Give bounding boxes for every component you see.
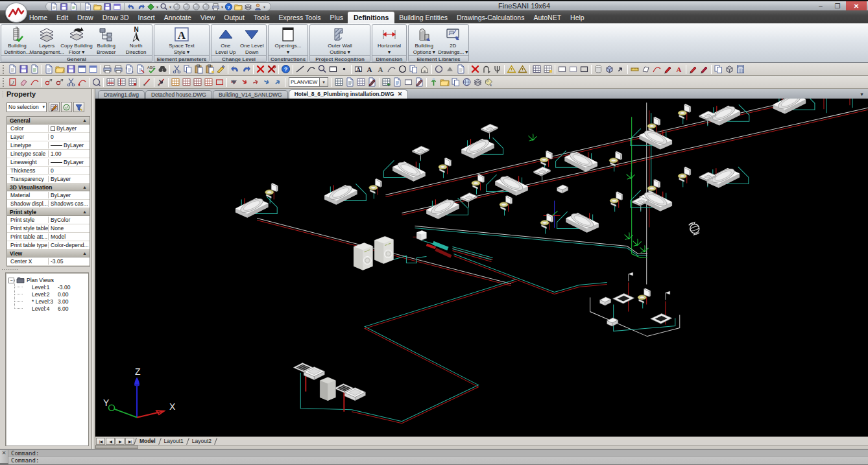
property-row-lineweight[interactable]: LineweightByLayer (7, 158, 90, 167)
property-value[interactable]: Model (49, 233, 90, 240)
menu-tab-home[interactable]: Home (25, 12, 52, 23)
tool-red-a-icon[interactable]: A (673, 64, 684, 75)
property-value[interactable]: ByLayer (49, 192, 90, 198)
tool-zoom-lens-icon[interactable] (317, 64, 328, 75)
tool-printer2-icon[interactable] (113, 64, 124, 75)
tool-arrow-r3-icon[interactable] (250, 77, 261, 88)
property-value[interactable]: Shadows cas... (49, 200, 90, 207)
tool-warn-tri-icon[interactable] (506, 64, 517, 75)
ribbon-button-outer-wall[interactable]: Outer Wall Outline ▾ (311, 25, 368, 55)
tool-red-curve-icon[interactable] (651, 64, 662, 75)
tool-house-tool-icon[interactable] (419, 64, 430, 75)
tool-grid-blue-icon[interactable] (333, 77, 344, 88)
tool-cylinder-tool-icon[interactable] (593, 64, 604, 75)
menu-tab-building-entities[interactable]: Building Entities (394, 12, 452, 23)
horizontal-scrollbar[interactable] (95, 445, 868, 449)
dropdown-arrow-icon[interactable]: ▾ (263, 5, 265, 9)
tool-doc-pen2-icon[interactable] (414, 77, 425, 88)
tool-new-doc-icon[interactable] (43, 64, 54, 75)
tree-root-label[interactable]: Plan Views (27, 277, 54, 283)
layout-nav-first-button[interactable]: |◀ (96, 438, 105, 445)
menu-tab-view[interactable]: View (196, 12, 220, 23)
tool-zoom-circle-icon[interactable] (91, 77, 102, 88)
tool-rect-open-icon[interactable] (579, 64, 590, 75)
tool-win-red2-icon[interactable] (116, 77, 127, 88)
tool-warn-tri2-icon[interactable] (517, 64, 528, 75)
tool-uturn-tool-icon[interactable] (481, 64, 492, 75)
tool-doc-lines-icon[interactable] (29, 64, 40, 75)
tab-overflow-icon[interactable]: ▼ (860, 92, 864, 97)
tool-rect-white-icon[interactable] (557, 64, 568, 75)
property-section-view[interactable]: View▲ (7, 250, 90, 257)
ribbon-button-2d[interactable]: 2D Drawings... ▾ (439, 25, 468, 55)
green-diamond-icon[interactable] (147, 3, 155, 11)
tool-arrow-up-green-icon[interactable] (428, 77, 439, 88)
tool-square-a-icon[interactable]: A (353, 64, 364, 75)
bld-save-icon[interactable] (60, 3, 68, 11)
tool-win-red-icon[interactable] (105, 77, 116, 88)
tool-knot-red2-icon[interactable] (54, 77, 66, 88)
tool-ruler-yellow-icon[interactable] (629, 64, 640, 75)
tool-open-folder-icon[interactable] (54, 64, 66, 75)
menu-tab-autonet[interactable]: AutoNET (529, 12, 566, 23)
tab-close-icon[interactable]: ✕ (398, 91, 403, 99)
close-button[interactable]: ✕ (846, 1, 867, 10)
tool-redo-arrow-icon[interactable] (241, 64, 252, 75)
toolbar-grip[interactable] (3, 65, 6, 74)
tool-box-gray-icon[interactable] (724, 64, 735, 75)
tool-grid-star-icon[interactable] (542, 64, 553, 75)
doc-lines-icon[interactable] (69, 3, 78, 11)
tool-psi-tool-icon[interactable] (492, 64, 503, 75)
tool-grid-plus-icon[interactable] (381, 77, 392, 88)
tree-item-level-4[interactable]: Level:46.00 (8, 305, 88, 312)
scrollbar-thumb[interactable] (95, 446, 138, 449)
tool-grid-select-icon[interactable] (531, 64, 542, 75)
property-value[interactable]: None (49, 225, 90, 232)
tool-save-floppy-icon[interactable] (66, 64, 77, 75)
tool-x-red-icon[interactable] (255, 64, 266, 75)
property-row-shadow-displ-[interactable]: Shadow displ...Shadows cas... (7, 200, 90, 208)
property-row-print-table-att-[interactable]: Print table att...Model (7, 233, 90, 241)
ribbon-button-horizontal[interactable]: Horizontal ▾ (374, 25, 405, 55)
tool-doc-arrow-icon[interactable] (135, 64, 146, 75)
tool-dot-tool-icon[interactable] (339, 64, 350, 75)
circle-tool-3-icon[interactable] (192, 3, 200, 11)
tool-arrow-diag-icon[interactable] (615, 64, 626, 75)
property-value[interactable]: 1.00 (49, 150, 90, 157)
tool-line-tool-icon[interactable] (295, 64, 306, 75)
ribbon-button-one[interactable]: One Level Up (213, 25, 239, 55)
tree-expander[interactable]: − (8, 278, 14, 283)
circle-tool-1-icon[interactable] (173, 3, 181, 11)
property-row-center-x[interactable]: Center X-3.05 (7, 257, 90, 266)
tool-preview-doc-icon[interactable] (124, 64, 135, 75)
toolbar-grip[interactable] (3, 78, 6, 87)
open-folder-icon[interactable] (93, 3, 102, 11)
panel-splitter[interactable] (0, 267, 91, 272)
toggle-value-button[interactable] (61, 102, 72, 112)
menu-tab-tools[interactable]: Tools (249, 12, 274, 23)
tool-brush-match-icon[interactable] (215, 64, 226, 75)
tool-arrow-r1-icon[interactable] (228, 77, 239, 88)
tool-arrow-r4-icon[interactable] (261, 77, 272, 88)
undo-arrow-icon[interactable] (127, 3, 136, 11)
menu-tab-annotate[interactable]: Annotate (160, 12, 196, 23)
layout-tab-model[interactable]: Model (136, 438, 160, 444)
property-row-material[interactable]: MaterialByLayer (7, 191, 90, 200)
save-window-icon[interactable] (113, 3, 121, 11)
ribbon-button-north[interactable]: NNorth Direction (121, 25, 151, 55)
drawing-tab-drawing1-dwg[interactable]: Drawing1.dwg (98, 90, 145, 99)
tool-red-pen-icon[interactable] (662, 64, 673, 75)
ribbon-button-building[interactable]: Building Definition... (3, 25, 32, 55)
tool-paste-clip-icon[interactable] (193, 64, 204, 75)
property-value[interactable]: 0 (49, 134, 90, 140)
property-value[interactable]: ByColor (49, 217, 90, 223)
tool-paste-special-icon[interactable] (204, 64, 215, 75)
property-value[interactable]: Color-depend... (49, 242, 90, 248)
tool-grid-red-icon[interactable] (181, 77, 192, 88)
quick-select-button[interactable] (49, 102, 60, 112)
tool-grid-red2-icon[interactable] (192, 77, 203, 88)
tool-text-a2-icon[interactable]: A (375, 64, 386, 75)
command-close-icon[interactable]: ✕ (2, 450, 6, 457)
tool-arc-tool-icon[interactable] (306, 64, 317, 75)
ribbon-button-copy-building[interactable]: Copy Building Floor ▾ (62, 25, 91, 55)
